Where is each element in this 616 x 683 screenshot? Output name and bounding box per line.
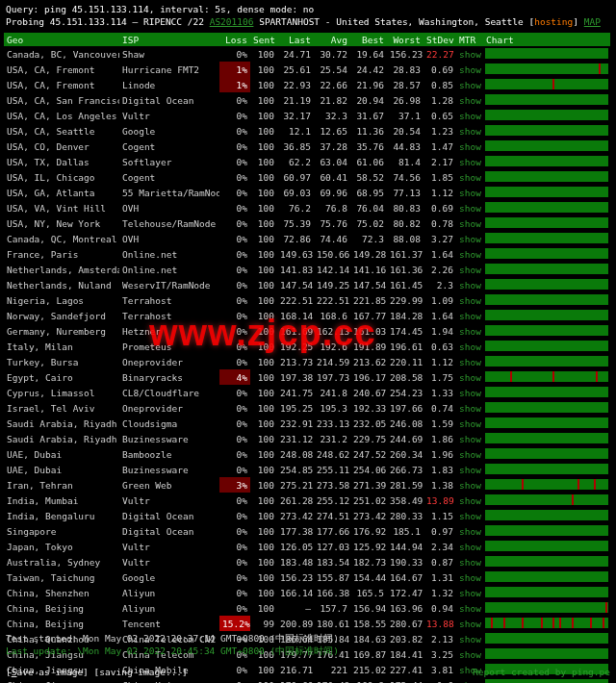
cell-geo: USA, CA, Fremont <box>4 62 119 77</box>
cell-last: 275.21 <box>277 477 314 493</box>
mtr-show-link[interactable]: show <box>456 185 483 200</box>
cell-stdev: 13.89 <box>424 493 456 508</box>
cell-chart <box>483 46 610 62</box>
cell-best: 154.44 <box>350 569 387 585</box>
cell-chart <box>483 508 610 523</box>
mtr-show-link[interactable]: show <box>456 554 483 569</box>
save-as-image-link[interactable]: [Save as image] [saving image...] <box>6 667 188 677</box>
mtr-show-link[interactable]: show <box>456 108 483 123</box>
mtr-show-link[interactable]: show <box>456 154 483 169</box>
cell-stdev: 1.85 <box>424 169 456 185</box>
mtr-show-link[interactable]: show <box>456 277 483 292</box>
cell-worst: 280.67 <box>387 616 424 631</box>
mtr-show-link[interactable]: show <box>456 308 483 323</box>
mtr-show-link[interactable]: show <box>456 539 483 554</box>
mtr-show-link[interactable]: show <box>456 493 483 508</box>
cell-best: 273.42 <box>350 508 387 523</box>
table-row: China, ShenzhenAliyun0%100166.14166.3816… <box>4 585 610 600</box>
mtr-show-link[interactable]: show <box>456 339 483 354</box>
col-loss[interactable]: Loss <box>219 33 250 46</box>
cell-stdev: 1.38 <box>424 477 456 493</box>
mtr-show-link[interactable]: show <box>456 369 483 385</box>
col-stdev[interactable]: StDev <box>424 33 456 46</box>
mtr-show-link[interactable]: show <box>456 292 483 308</box>
cell-isp: Oneprovider <box>119 400 219 416</box>
col-sent[interactable]: Sent <box>250 33 277 46</box>
mtr-show-link[interactable]: show <box>456 139 483 154</box>
mtr-show-link[interactable]: show <box>456 231 483 246</box>
mtr-show-link[interactable]: show <box>456 123 483 139</box>
cell-best: 141.16 <box>350 262 387 277</box>
cell-last: 25.61 <box>277 62 314 77</box>
mtr-show-link[interactable]: show <box>456 523 483 539</box>
mtr-show-link[interactable]: show <box>456 62 483 77</box>
table-row: Iran, TehranGreen Web3%100275.21273.5827… <box>4 477 610 493</box>
cell-isp: Shaw <box>119 46 219 62</box>
mtr-show-link[interactable]: show <box>456 354 483 369</box>
probe-asn-link[interactable]: AS201106 <box>210 16 254 27</box>
table-row: USA, IL, ChicagoCogent0%10060.9760.4158.… <box>4 169 610 185</box>
cell-geo: USA, VA, Vint Hill <box>4 200 119 215</box>
mtr-show-link[interactable]: show <box>456 585 483 600</box>
cell-geo: Norway, Sandefjord <box>4 308 119 323</box>
mtr-show-link[interactable]: show <box>456 92 483 108</box>
col-last[interactable]: Last <box>277 33 314 46</box>
cell-geo: China, Jiangsu <box>4 677 119 683</box>
mtr-show-link[interactable]: show <box>456 385 483 400</box>
cell-sent: 100 <box>250 323 277 339</box>
cell-last: 254.85 <box>277 462 314 477</box>
col-avg[interactable]: Avg <box>314 33 350 46</box>
table-row: USA, TX, DallasSoftlayer0%10062.263.0461… <box>4 154 610 169</box>
cell-worst: 184.28 <box>387 308 424 323</box>
cell-sent: 100 <box>250 308 277 323</box>
cell-chart <box>483 585 610 600</box>
cell-loss: 0% <box>219 292 250 308</box>
mtr-show-link[interactable]: show <box>456 646 483 662</box>
mtr-show-link[interactable]: show <box>456 462 483 477</box>
mtr-show-link[interactable]: show <box>456 569 483 585</box>
cell-avg: 233.13 <box>314 416 350 431</box>
mtr-show-link[interactable]: show <box>456 215 483 231</box>
mtr-show-link[interactable]: show <box>456 477 483 493</box>
mtr-show-link[interactable]: show <box>456 431 483 446</box>
cell-chart <box>483 200 610 215</box>
cell-best: 24.42 <box>350 62 387 77</box>
cell-sent: 100 <box>250 154 277 169</box>
cell-worst: 260.34 <box>387 446 424 462</box>
map-link[interactable]: MAP <box>584 16 601 27</box>
cell-sent: 100 <box>250 600 277 616</box>
mtr-show-link[interactable]: show <box>456 446 483 462</box>
col-worst[interactable]: Worst <box>387 33 424 46</box>
cell-stdev: 0.97 <box>424 523 456 539</box>
mtr-show-link[interactable]: show <box>456 46 483 62</box>
mtr-show-link[interactable]: show <box>456 400 483 416</box>
cell-sent: 100 <box>250 123 277 139</box>
cell-worst: 203.82 <box>387 631 424 646</box>
cell-best: 165.5 <box>350 585 387 600</box>
cell-worst: 20.54 <box>387 123 424 139</box>
mtr-show-link[interactable]: show <box>456 631 483 646</box>
col-mtr[interactable]: MTR <box>456 33 483 46</box>
mtr-show-link[interactable]: show <box>456 600 483 616</box>
col-best[interactable]: Best <box>350 33 387 46</box>
mtr-show-link[interactable]: show <box>456 616 483 631</box>
mtr-show-link[interactable]: show <box>456 246 483 262</box>
cell-sent: 100 <box>250 385 277 400</box>
col-isp[interactable]: ISP <box>119 33 219 46</box>
mtr-show-link[interactable]: show <box>456 677 483 683</box>
mtr-show-link[interactable]: show <box>456 169 483 185</box>
col-geo[interactable]: Geo <box>4 33 119 46</box>
mtr-show-link[interactable]: show <box>456 508 483 523</box>
cell-last: 12.1 <box>277 123 314 139</box>
cell-best: 221.85 <box>350 292 387 308</box>
query-line: Query: ping 45.151.133.114, interval: 5s… <box>0 0 616 16</box>
mtr-show-link[interactable]: show <box>456 262 483 277</box>
cell-last: 149.63 <box>277 246 314 262</box>
report-credit[interactable]: Report created by ping.pe <box>473 667 610 677</box>
cell-chart <box>483 646 610 662</box>
mtr-show-link[interactable]: show <box>456 323 483 339</box>
mtr-show-link[interactable]: show <box>456 200 483 215</box>
mtr-show-link[interactable]: show <box>456 77 483 92</box>
cell-stdev: 0.74 <box>424 400 456 416</box>
mtr-show-link[interactable]: show <box>456 416 483 431</box>
